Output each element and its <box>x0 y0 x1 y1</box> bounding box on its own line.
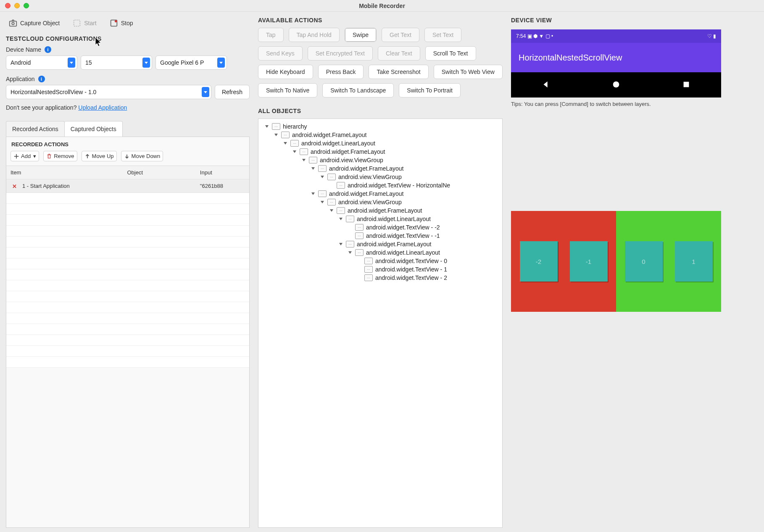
arrow-down-icon <box>124 153 130 159</box>
caret-down-icon[interactable] <box>329 208 334 213</box>
action-swipe[interactable]: Swipe <box>345 28 377 42</box>
move-up-button[interactable]: Move Up <box>82 151 117 161</box>
tile[interactable]: 1 <box>675 241 713 282</box>
caret-down-icon[interactable] <box>264 124 269 129</box>
caret-none <box>357 275 362 280</box>
node-icon: ⋯ <box>355 249 364 256</box>
capture-object-button[interactable]: Capture Object <box>6 17 62 29</box>
traffic-lights <box>5 3 29 8</box>
nav-back-icon[interactable] <box>541 80 551 90</box>
chevron-down-icon <box>202 87 209 97</box>
tree-node[interactable]: ⋯android.widget.TextView - -2 <box>261 223 500 232</box>
stop-label: Stop <box>121 20 133 26</box>
action-take-screenshot[interactable]: Take Screenshot <box>369 65 428 79</box>
move-up-label: Move Up <box>92 153 114 159</box>
tree-node[interactable]: ⋯android.widget.TextView - -1 <box>261 232 500 240</box>
caret-down-icon[interactable] <box>274 132 279 137</box>
upload-application-link[interactable]: Upload Application <box>78 104 127 111</box>
config-heading: TESTCLOUD CONFIGURATIONS <box>6 35 250 42</box>
remove-action-button[interactable]: Remove <box>43 151 77 161</box>
tree-node[interactable]: ⋯android.widget.FrameLayout <box>261 147 500 156</box>
caret-none <box>357 258 362 263</box>
action-switch-to-web-view[interactable]: Switch To Web View <box>434 65 503 79</box>
tree-node[interactable]: ⋯android.view.ViewGroup <box>261 156 500 164</box>
status-right-icons: ♡ ▮ <box>707 33 716 39</box>
table-row <box>6 226 249 237</box>
stop-button[interactable]: Stop <box>107 17 136 29</box>
refresh-button[interactable]: Refresh <box>215 85 250 99</box>
tree-node-label: android.widget.TextView - 2 <box>375 274 447 281</box>
platform-select[interactable]: Android <box>6 55 77 70</box>
caret-down-icon[interactable] <box>292 149 297 154</box>
os-version-select[interactable]: 15 <box>81 55 152 70</box>
table-row <box>6 324 249 335</box>
tree-node[interactable]: ⋯android.view.ViewGroup <box>261 198 500 206</box>
nav-recent-icon[interactable] <box>682 80 691 90</box>
add-action-button[interactable]: Add▾ <box>11 151 39 161</box>
tree-node[interactable]: ⋯android.widget.FrameLayout <box>261 206 500 215</box>
action-tap: Tap <box>258 28 284 42</box>
close-window-button[interactable] <box>5 3 11 8</box>
chevron-down-icon <box>217 58 225 68</box>
os-version-value: 15 <box>85 59 92 66</box>
device-model-select[interactable]: Google Pixel 6 P <box>155 55 227 70</box>
action-switch-to-portrait[interactable]: Switch To Portrait <box>399 83 461 97</box>
tree-node-label: android.widget.TextView - -2 <box>366 224 440 231</box>
maximize-window-button[interactable] <box>24 3 29 8</box>
tree-node[interactable]: ⋯android.widget.LinearLayout <box>261 139 500 147</box>
caret-down-icon[interactable] <box>338 216 343 221</box>
caret-down-icon[interactable] <box>283 141 288 146</box>
node-icon: ⋯ <box>346 216 354 222</box>
tree-node[interactable]: ⋯android.widget.FrameLayout <box>261 131 500 139</box>
tree-node[interactable]: ⋯android.widget.TextView - 2 <box>261 274 500 282</box>
caret-down-icon[interactable] <box>320 200 325 205</box>
info-icon[interactable]: i <box>38 76 45 82</box>
tile[interactable]: -2 <box>520 241 558 282</box>
titlebar: Mobile Recorder <box>0 0 764 12</box>
action-switch-to-landscape[interactable]: Switch To Landscape <box>322 83 394 97</box>
tree-node[interactable]: ⋯android.widget.TextView - 1 <box>261 265 500 274</box>
tree-node[interactable]: ⋯android.widget.LinearLayout <box>261 248 500 257</box>
move-down-button[interactable]: Move Down <box>121 151 163 161</box>
node-icon: ⋯ <box>309 157 317 163</box>
object-tree[interactable]: ⋯hierarchy⋯android.widget.FrameLayout⋯an… <box>258 119 503 528</box>
tree-node[interactable]: ⋯android.widget.FrameLayout <box>261 240 500 248</box>
tile[interactable]: 0 <box>625 241 663 282</box>
node-icon: ⋯ <box>318 165 327 172</box>
tree-node[interactable]: ⋯android.widget.LinearLayout <box>261 215 500 223</box>
nav-home-icon[interactable] <box>611 80 621 90</box>
tree-node[interactable]: ⋯android.widget.FrameLayout <box>261 190 500 198</box>
tab-recorded-actions[interactable]: Recorded Actions <box>6 121 65 137</box>
caret-down-icon[interactable] <box>348 250 353 255</box>
caret-down-icon[interactable] <box>311 166 316 171</box>
caret-down-icon[interactable] <box>320 174 325 179</box>
tree-node[interactable]: ⋯android.widget.TextView - HorizontalNe <box>261 181 500 190</box>
tree-node[interactable]: ⋯android.widget.FrameLayout <box>261 164 500 173</box>
action-press-back[interactable]: Press Back <box>318 65 364 79</box>
action-scroll-to-text[interactable]: Scroll To Text <box>425 46 476 61</box>
node-icon: ⋯ <box>364 266 373 273</box>
device-statusbar: 7:54 ▣ ⬢ ▼ ▢ • ♡ ▮ <box>511 29 721 43</box>
info-icon[interactable]: i <box>45 46 51 53</box>
caret-down-icon[interactable] <box>311 191 316 196</box>
tree-node-label: android.widget.TextView - 1 <box>375 266 447 273</box>
minimize-window-button[interactable] <box>14 3 20 8</box>
table-row[interactable]: ✕1 - Start Application"6261b88 <box>6 179 249 193</box>
tree-node[interactable]: ⋯android.view.ViewGroup <box>261 173 500 181</box>
tile[interactable]: -1 <box>570 241 608 282</box>
caret-none <box>357 267 362 272</box>
tree-node[interactable]: ⋯android.widget.TextView - 0 <box>261 257 500 265</box>
device-frame: 7:54 ▣ ⬢ ▼ ▢ • ♡ ▮ HorizontalNestedScrol… <box>511 29 721 97</box>
tab-captured-objects[interactable]: Captured Objects <box>65 121 123 137</box>
device-view-heading: DEVICE VIEW <box>511 17 758 24</box>
node-icon: ⋯ <box>346 241 354 248</box>
action-switch-to-native[interactable]: Switch To Native <box>258 83 317 97</box>
action-hide-keyboard[interactable]: Hide Keyboard <box>258 65 313 79</box>
tree-node-label: android.view.ViewGroup <box>338 174 402 180</box>
caret-down-icon[interactable] <box>338 242 343 247</box>
tree-node-label: android.widget.FrameLayout <box>311 148 385 155</box>
scroll-strip[interactable]: -2-1 01 <box>511 211 721 312</box>
tree-node[interactable]: ⋯hierarchy <box>261 122 500 131</box>
application-select[interactable]: HorizontalNestedScrollView - 1.0 <box>6 85 211 99</box>
caret-down-icon[interactable] <box>301 158 306 163</box>
